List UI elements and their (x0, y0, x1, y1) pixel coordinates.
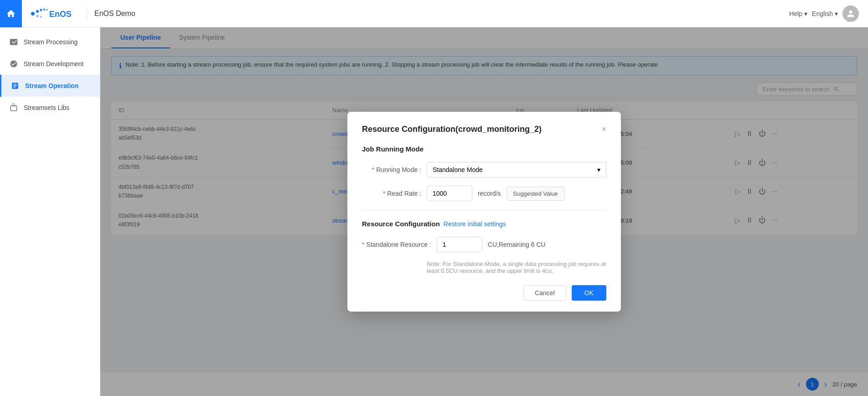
header-right: Help ▾ English ▾ (789, 5, 859, 22)
modal-footer: Cancel OK (362, 285, 606, 301)
stream-processing-icon (9, 37, 18, 47)
sidebar-item-stream-processing[interactable]: Stream Processing (0, 31, 100, 53)
read-rate-input[interactable] (427, 186, 472, 201)
content-area: User Pipeline System Pipeline ℹ Note: 1.… (100, 27, 868, 396)
standalone-resource-label: * Standalone Resource : (362, 241, 431, 248)
app-title: EnOS Demo (94, 10, 135, 18)
svg-point-0 (31, 12, 35, 16)
avatar[interactable] (842, 5, 859, 22)
standalone-resource-unit: CU;Remaining 6 CU (488, 241, 546, 248)
sidebar-label-stream-development: Stream Development (24, 60, 84, 68)
logo-area: EnOS (29, 7, 79, 21)
read-rate-unit: record/s (478, 190, 501, 197)
sidebar-item-streamsets-libs[interactable]: Streamsets Libs (0, 97, 100, 119)
sidebar-label-stream-processing: Stream Processing (24, 38, 78, 46)
standalone-mode-note: Note: For Standalone Mode, a single data… (427, 261, 606, 274)
standalone-resource-input[interactable] (437, 237, 482, 252)
svg-text:EnOS: EnOS (49, 10, 72, 19)
standalone-resource-row: * Standalone Resource : CU;Remaining 6 C… (362, 237, 606, 252)
section-divider (362, 210, 606, 211)
resource-config-modal: Resource Configuration(crowd_monitoring_… (347, 112, 621, 312)
sidebar-item-stream-operation[interactable]: Stream Operation (0, 75, 100, 97)
modal-close-button[interactable]: × (601, 125, 606, 134)
running-mode-value: Standalone Mode (433, 166, 483, 173)
sidebar-item-stream-development[interactable]: Stream Development (0, 53, 100, 75)
modal-title: Resource Configuration(crowd_monitoring_… (362, 125, 542, 134)
svg-point-1 (36, 10, 39, 13)
running-mode-label: * Running Mode : (362, 166, 421, 173)
modal-header: Resource Configuration(crowd_monitoring_… (362, 125, 606, 134)
resource-config-section-header: Resource Configuration Restore initial s… (362, 220, 606, 228)
read-rate-label: * Read Rate : (362, 190, 421, 197)
sidebar: Stream Processing Stream Development Str… (0, 27, 100, 396)
suggested-value-button[interactable]: Suggested Value (506, 187, 565, 201)
home-button[interactable] (0, 0, 22, 27)
job-running-mode-label: Job Running Mode (362, 145, 606, 153)
stream-development-icon (9, 59, 18, 68)
streamsets-libs-icon (9, 103, 18, 112)
stream-operation-icon (10, 81, 20, 90)
restore-initial-settings-link[interactable]: Restore initial settings (444, 220, 506, 228)
sidebar-label-streamsets-libs: Streamsets Libs (24, 104, 69, 111)
svg-point-6 (40, 16, 42, 18)
language-button[interactable]: English ▾ (812, 10, 838, 17)
running-mode-row: * Running Mode : Standalone Mode ▾ (362, 162, 606, 177)
main-layout: Stream Processing Stream Development Str… (0, 27, 868, 396)
help-button[interactable]: Help ▾ (789, 10, 807, 17)
header-divider (87, 7, 87, 21)
svg-point-3 (43, 9, 45, 10)
svg-point-2 (40, 9, 42, 11)
read-rate-row: * Read Rate : record/s Suggested Value (362, 186, 606, 201)
dropdown-icon: ▾ (597, 166, 600, 173)
cancel-button[interactable]: Cancel (523, 285, 566, 301)
ok-button[interactable]: OK (572, 285, 606, 301)
running-mode-select[interactable]: Standalone Mode ▾ (427, 162, 606, 177)
resource-config-label: Resource Configuration (362, 220, 440, 228)
sidebar-label-stream-operation: Stream Operation (25, 82, 78, 89)
svg-point-4 (46, 9, 48, 10)
top-header: EnOS EnOS Demo Help ▾ English ▾ (0, 0, 868, 27)
svg-point-5 (36, 15, 39, 17)
